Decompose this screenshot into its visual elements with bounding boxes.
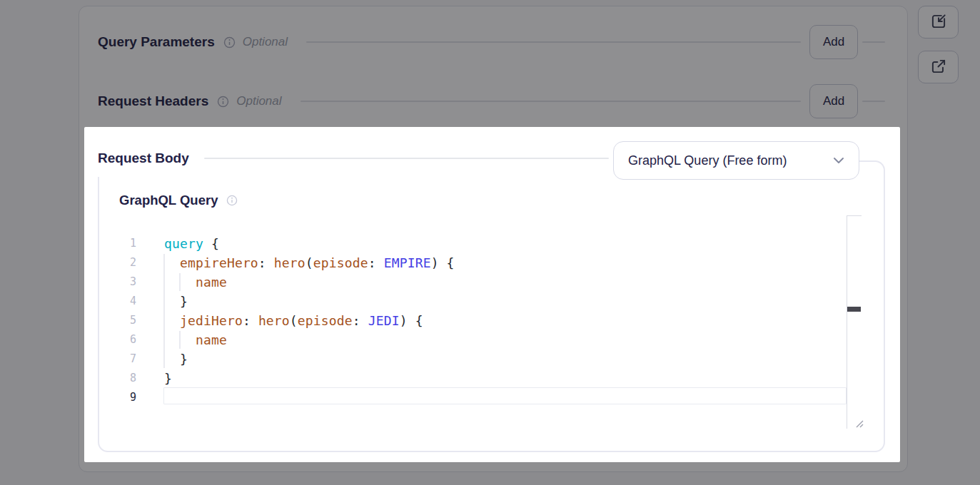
line-number: 6 <box>114 330 136 349</box>
info-icon[interactable] <box>226 195 238 206</box>
code-token: EMPIRE <box>384 255 431 270</box>
arrow-square-out-icon <box>929 57 948 78</box>
divider <box>862 41 885 43</box>
code-line[interactable]: name <box>164 272 455 292</box>
code-token: query <box>164 236 203 251</box>
code-token: episode <box>313 255 368 270</box>
line-number: 7 <box>114 349 136 369</box>
line-number: 8 <box>114 369 136 388</box>
line-number: 9 <box>114 388 136 407</box>
divider <box>204 158 609 159</box>
code-token <box>164 332 196 347</box>
code-token <box>164 255 180 270</box>
divider <box>306 41 801 43</box>
optional-label: Optional <box>236 94 281 108</box>
optional-label: Optional <box>243 35 288 49</box>
query-parameters-title: Query Parameters <box>98 34 215 50</box>
line-number: 4 <box>114 292 136 311</box>
code-token: : <box>243 313 258 328</box>
line-number: 5 <box>114 311 136 330</box>
editor-scrollbar-thumb[interactable] <box>847 307 861 312</box>
code-token: jediHero <box>180 313 243 328</box>
graphql-query-label: GraphQL Query <box>119 193 218 208</box>
request-headers-title: Request Headers <box>98 93 208 109</box>
code-line[interactable]: name <box>164 330 455 349</box>
code-token: episode <box>298 313 353 328</box>
code-line[interactable]: empireHero: hero(episode: EMPIRE) { <box>164 253 455 272</box>
resize-grip-icon[interactable] <box>852 417 864 431</box>
query-parameters-row: Query Parameters Optional Add <box>98 25 885 59</box>
editor-code[interactable]: query { empireHero: hero(episode: EMPIRE… <box>164 234 455 407</box>
body-type-dropdown-value: GraphQL Query (Free form) <box>628 153 833 168</box>
divider <box>862 101 885 102</box>
code-token: } <box>164 352 188 367</box>
line-number: 1 <box>114 234 136 253</box>
request-headers-row: Request Headers Optional Add <box>98 84 885 118</box>
open-external-button[interactable] <box>918 51 959 83</box>
code-token: name <box>196 275 227 290</box>
arrow-square-in-icon <box>929 12 948 33</box>
info-icon[interactable] <box>217 96 229 108</box>
code-line[interactable]: } <box>164 349 455 369</box>
code-token: JEDI <box>368 313 400 328</box>
code-token <box>164 313 180 328</box>
info-icon[interactable] <box>223 36 236 48</box>
graphql-query-label-row: GraphQL Query <box>119 193 238 208</box>
add-query-parameter-button[interactable]: Add <box>809 25 858 59</box>
code-line[interactable]: } <box>164 369 455 388</box>
code-line[interactable]: } <box>164 292 455 311</box>
edit-request-button[interactable] <box>918 6 959 39</box>
code-token <box>164 275 196 290</box>
code-token: ( <box>305 255 313 270</box>
chevron-down-icon <box>833 154 844 167</box>
code-token: : <box>353 313 368 328</box>
code-line[interactable]: jediHero: hero(episode: JEDI) { <box>164 311 455 330</box>
code-token: : <box>368 255 384 270</box>
code-token: : <box>258 255 274 270</box>
code-token: name <box>196 332 227 347</box>
divider <box>300 101 801 102</box>
code-token: { <box>203 236 219 251</box>
code-line[interactable]: query { <box>164 234 455 253</box>
request-body-header: Request Body <box>98 147 609 170</box>
code-token: ( <box>290 313 298 328</box>
code-token: hero <box>274 255 305 270</box>
code-line[interactable] <box>164 388 455 407</box>
page: Query Parameters Optional Add Request He… <box>0 0 980 485</box>
add-request-header-button[interactable]: Add <box>809 84 858 118</box>
code-token: empireHero <box>180 255 258 270</box>
code-token: ) { <box>431 255 455 270</box>
line-number: 3 <box>114 272 136 292</box>
code-token: } <box>164 294 188 309</box>
body-type-dropdown[interactable]: GraphQL Query (Free form) <box>613 141 859 180</box>
code-token: } <box>164 371 172 386</box>
code-token: ) { <box>400 313 423 328</box>
request-body-title: Request Body <box>98 150 189 166</box>
editor-gutter: 123456789 <box>114 234 136 407</box>
line-number: 2 <box>114 253 136 272</box>
editor-scrollbar-track <box>847 215 862 429</box>
code-token: hero <box>258 313 290 328</box>
